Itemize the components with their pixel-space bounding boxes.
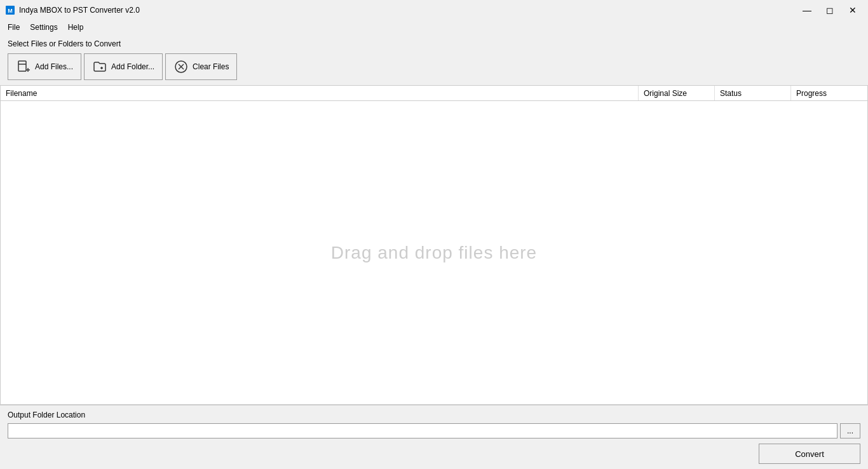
app-icon: M [5,5,15,15]
menu-help[interactable]: Help [63,22,89,33]
output-folder-label: Output Folder Location [8,411,860,419]
convert-row: Convert [8,444,860,464]
browse-button[interactable]: ... [840,423,860,438]
add-folder-label: Add Folder... [111,62,154,71]
title-bar: M Indya MBOX to PST Converter v2.0 — ◻ ✕ [0,0,868,20]
app-title: Indya MBOX to PST Converter v2.0 [19,6,140,15]
main-content: Select Files or Folders to Convert Add F… [0,34,868,469]
drag-drop-text: Drag and drop files here [331,243,537,263]
clear-files-button[interactable]: Clear Files [165,53,237,80]
select-label: Select Files or Folders to Convert [8,39,860,48]
toolbar-buttons: Add Files... Add Folder... Clear Files [8,53,860,80]
file-list-body[interactable]: Drag and drop files here [1,101,867,404]
toolbar-area: Select Files or Folders to Convert Add F… [0,34,868,85]
svg-rect-2 [18,61,26,71]
add-files-icon [16,59,31,74]
col-filename: Filename [1,86,639,100]
add-files-label: Add Files... [35,62,73,71]
close-button[interactable]: ✕ [843,4,863,17]
menu-file[interactable]: File [3,22,25,33]
svg-text:M: M [8,8,13,14]
convert-button[interactable]: Convert [759,444,860,464]
menu-settings[interactable]: Settings [25,22,62,33]
menu-bar: File Settings Help [0,20,868,34]
clear-files-icon [173,59,189,74]
add-folder-icon [92,59,107,74]
col-status: Status [715,86,791,100]
add-folder-button[interactable]: Add Folder... [84,53,163,80]
window-controls: — ◻ ✕ [797,4,863,17]
add-files-button[interactable]: Add Files... [8,53,81,80]
minimize-button[interactable]: — [797,4,817,17]
output-row: ... [8,423,860,438]
output-path-input[interactable] [8,423,837,438]
maximize-button[interactable]: ◻ [820,4,840,17]
clear-files-label: Clear Files [193,62,229,71]
file-list-header: Filename Original Size Status Progress [1,86,867,101]
col-size: Original Size [639,86,715,100]
title-bar-left: M Indya MBOX to PST Converter v2.0 [5,5,140,15]
bottom-area: Output Folder Location ... Convert [0,405,868,469]
file-list-container: Filename Original Size Status Progress D… [0,85,868,405]
col-progress: Progress [791,86,867,100]
